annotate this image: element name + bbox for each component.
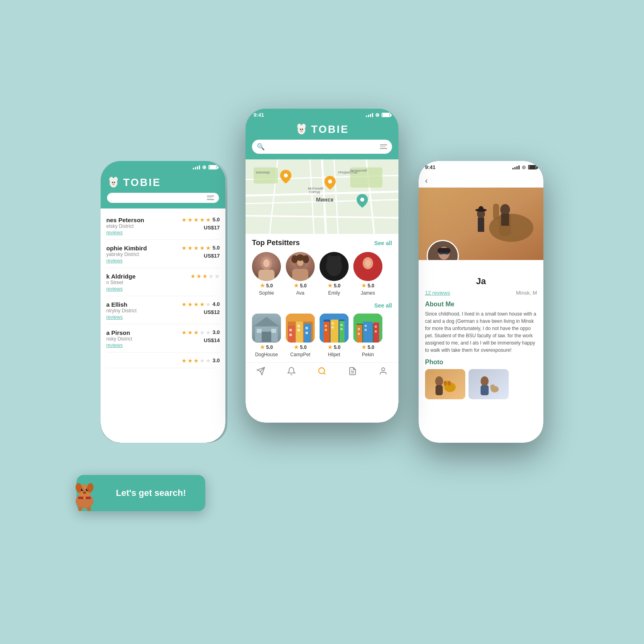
svg-rect-64: [297, 325, 300, 327]
dog-popup[interactable]: Let's get search!: [76, 475, 205, 511]
profile-hero-image: [419, 188, 543, 260]
right-back-bar: ‹: [419, 172, 543, 188]
svg-point-11: [300, 128, 301, 130]
left-dog-logo-icon: [107, 176, 120, 189]
svg-rect-119: [479, 206, 483, 211]
pekin-name: Pekin: [362, 352, 374, 357]
sitter-row[interactable]: k Aldridge n Street reviews ★★★★★: [106, 269, 220, 296]
doghouse-image: [252, 314, 281, 343]
right-battery-icon: [528, 165, 537, 169]
svg-rect-56: [271, 329, 276, 333]
bottom-nav: [246, 362, 398, 381]
about-title: About Me: [425, 301, 537, 308]
petsitter-ava[interactable]: ★ 5.0 Ava: [286, 252, 315, 296]
places-row: ★ 5.0 DogHouse: [252, 314, 392, 357]
svg-rect-65: [297, 329, 300, 331]
photo-thumb-1[interactable]: [425, 369, 465, 399]
svg-rect-108: [78, 506, 82, 511]
svg-point-33: [328, 180, 332, 184]
camppet-star-icon: ★: [294, 344, 299, 350]
pekin-rating: ★ 5.0: [361, 344, 374, 350]
camppet-name: CampPet: [290, 352, 310, 357]
petsitters-see-all[interactable]: See all: [374, 240, 392, 246]
emily-rating: ★ 5.0: [328, 283, 341, 289]
svg-rect-25: [254, 167, 278, 184]
camppet-rating: ★ 5.0: [294, 344, 307, 350]
profile-content: Ja 12 reviews Minsk, M About Me Since ch…: [419, 260, 543, 403]
battery-icon: [208, 165, 217, 169]
place-hilpet[interactable]: ★ 5.0 Hilpet: [320, 314, 349, 357]
left-status-bar: ⊛: [101, 161, 225, 172]
james-rating: ★ 5.0: [361, 283, 374, 289]
photo-thumb-2[interactable]: [469, 369, 509, 399]
svg-point-4: [112, 182, 113, 183]
sitter-row[interactable]: a Ellish ntrylny District reviews ★★★★★ …: [106, 297, 220, 324]
sitter-row[interactable]: a Pirson nsky District reviews ★★★★★ 3.0…: [106, 325, 220, 353]
svg-point-92: [319, 368, 325, 374]
left-header: TOBIE: [101, 172, 225, 208]
svg-rect-125: [439, 252, 443, 254]
sitter-row[interactable]: ophie Kimbird yabrsky District reviews ★…: [106, 241, 220, 268]
sophie-avatar: [252, 252, 281, 281]
svg-rect-39: [292, 269, 308, 281]
petsitters-row: ★ 5.0 Sophie: [252, 252, 392, 296]
nav-bell[interactable]: [287, 367, 296, 376]
svg-rect-109: [87, 506, 91, 511]
sitter-row[interactable]: nes Peterson etsky District reviews ★★★★…: [106, 213, 220, 240]
svg-text:Белорусский: Белорусский: [350, 169, 367, 172]
ava-rating: ★ 5.0: [294, 283, 307, 289]
profile-meta: 12 reviews Minsk, M: [425, 290, 537, 296]
svg-point-107: [83, 497, 86, 499]
svg-point-136: [481, 376, 489, 386]
place-doghouse[interactable]: ★ 5.0 DogHouse: [252, 314, 281, 357]
left-app-name: TOBIE: [123, 176, 161, 189]
svg-point-96: [382, 368, 384, 371]
left-search-bar[interactable]: [107, 193, 219, 203]
right-status-bar: 9:41 ⊛: [419, 161, 543, 172]
svg-rect-117: [478, 218, 484, 232]
svg-rect-66: [305, 327, 308, 329]
map-svg: ПРЕДМЕСТЬЕ Белорусский ВЕРХНИЙ ГОРОД Мин…: [246, 159, 398, 234]
nav-user[interactable]: [379, 367, 388, 376]
svg-rect-60: [296, 322, 303, 343]
ava-avatar: [286, 252, 315, 281]
petsitter-sophie[interactable]: ★ 5.0 Sophie: [252, 252, 281, 296]
emily-star-icon: ★: [328, 283, 332, 289]
profile-reviews[interactable]: 12 reviews: [425, 290, 450, 296]
svg-rect-88: [375, 326, 377, 328]
back-arrow-icon[interactable]: ‹: [425, 176, 428, 185]
doghouse-name: DogHouse: [255, 352, 278, 357]
camppet-image: [286, 314, 315, 343]
petsitter-emily[interactable]: ★ 5.0 Emily: [320, 252, 349, 296]
center-app-name: TOBIE: [311, 123, 349, 136]
petsitter-james[interactable]: ★ 5.0 James: [353, 252, 382, 296]
svg-point-47: [335, 255, 341, 263]
svg-rect-84: [358, 328, 360, 330]
wifi-icon: ⊛: [202, 164, 206, 170]
svg-text:ВЕРХНИЙ: ВЕРХНИЙ: [308, 187, 324, 190]
center-search-bar[interactable]: 🔍: [252, 140, 392, 154]
svg-point-114: [500, 204, 510, 215]
svg-point-105: [83, 491, 86, 494]
filter-icon[interactable]: [380, 144, 387, 149]
svg-point-6: [113, 184, 115, 185]
nav-search[interactable]: [318, 367, 326, 376]
about-text: Since childhood, I lived in a small town…: [425, 310, 537, 354]
svg-rect-78: [341, 328, 343, 330]
svg-rect-113: [493, 204, 499, 220]
nav-send[interactable]: [256, 367, 265, 376]
map-view[interactable]: ПРЕДМЕСТЬЕ Белорусский ВЕРХНИЙ ГОРОД Мин…: [246, 159, 398, 234]
emily-avatar: [320, 252, 349, 281]
place-pekin[interactable]: ★ 5.0 Pekin: [353, 314, 382, 357]
pekin-image: [353, 314, 382, 343]
svg-rect-89: [375, 330, 377, 332]
center-phone: 9:41 ⊛: [246, 109, 398, 423]
svg-rect-50: [361, 269, 375, 281]
nav-file[interactable]: [348, 367, 357, 376]
svg-rect-76: [332, 326, 334, 328]
sitter-row[interactable]: ★★★★★ 3.0: [106, 353, 220, 368]
places-see-all[interactable]: See all: [374, 302, 392, 309]
place-camppet[interactable]: ★ 5.0 CampPet: [286, 314, 315, 357]
svg-point-139: [490, 384, 495, 389]
svg-rect-130: [436, 385, 443, 395]
